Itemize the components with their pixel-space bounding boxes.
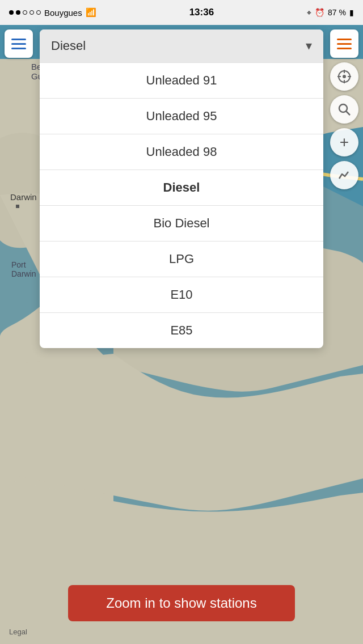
dropdown-option-e85[interactable]: E85 [40, 312, 323, 348]
dot-5 [36, 10, 41, 15]
dropdown-selected-label: Diesel [51, 39, 86, 53]
svg-line-11 [346, 111, 350, 115]
legal-label: Legal [9, 628, 27, 636]
search-button[interactable] [330, 95, 358, 124]
status-bar: Bouygues 📶 13:36 ⌖ ⏰ 87 % ▮ [0, 0, 363, 25]
dropdown-option-diesel[interactable]: Diesel [40, 170, 323, 205]
dropdown-option-unleaded95[interactable]: Unleaded 95 [40, 98, 323, 134]
svg-point-5 [343, 75, 346, 78]
legal-button[interactable]: Legal [9, 628, 27, 636]
status-left: Bouygues 📶 [9, 7, 96, 18]
dropdown-header[interactable]: Diesel ▾ [40, 29, 323, 62]
zoom-in-label: Zoom in to show stations [106, 595, 256, 611]
dropdown-option-e10[interactable]: E10 [40, 277, 323, 312]
battery-label: 87 % [328, 8, 346, 17]
hamburger-orange-icon [337, 39, 352, 49]
dot-2 [16, 10, 20, 15]
location-button[interactable] [330, 62, 358, 91]
hamburger-blue-icon [11, 39, 26, 49]
location-icon: ⌖ [307, 8, 311, 18]
battery-icon: ▮ [349, 8, 354, 17]
location-icon [337, 69, 352, 84]
carrier-label: Bouygues [44, 8, 82, 18]
dropdown-option-unleaded98[interactable]: Unleaded 98 [40, 134, 323, 170]
dot-4 [29, 10, 34, 15]
dropdown-chevron-icon: ▾ [306, 39, 312, 53]
signal-dots [9, 10, 41, 15]
wifi-icon: 📶 [86, 7, 96, 18]
dropdown-option-biodiesel[interactable]: Bio Diesel [40, 205, 323, 241]
chart-button[interactable] [330, 161, 358, 189]
fuel-type-dropdown[interactable]: Diesel ▾ Unleaded 91 Unleaded 95 Unleade… [40, 29, 323, 348]
right-menu-button[interactable] [330, 29, 358, 58]
search-icon [337, 103, 351, 116]
dropdown-option-unleaded91[interactable]: Unleaded 91 [40, 62, 323, 98]
dot-1 [9, 10, 14, 15]
trend-icon [337, 168, 351, 182]
status-right: ⌖ ⏰ 87 % ▮ [307, 8, 354, 18]
status-time: 13:36 [189, 7, 214, 18]
map-controls: + [330, 62, 358, 189]
dot-3 [23, 10, 27, 15]
dropdown-option-lpg[interactable]: LPG [40, 241, 323, 277]
zoom-in-stations-button[interactable]: Zoom in to show stations [68, 585, 295, 621]
zoom-in-button[interactable]: + [330, 128, 358, 156]
left-menu-button[interactable] [5, 29, 33, 58]
alarm-icon: ⏰ [315, 8, 324, 17]
svg-point-10 [339, 104, 347, 112]
